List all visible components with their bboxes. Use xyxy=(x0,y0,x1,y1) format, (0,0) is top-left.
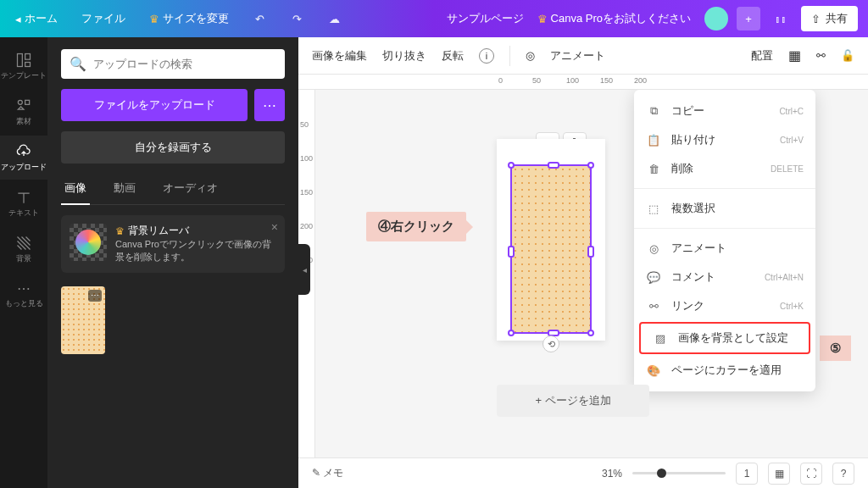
upload-more-button[interactable]: ⋯ xyxy=(254,89,285,121)
rail-uploads[interactable]: アップロード xyxy=(0,136,47,180)
home-button[interactable]: ◂ ホーム xyxy=(10,8,63,30)
side-rail: テンプレート 素材 アップロード テキスト 背景 ⋯もっと見る xyxy=(0,37,47,488)
bottom-bar: ✎ メモ 31% 1 ▦ ⛶ ? xyxy=(298,458,868,488)
resize-button[interactable]: ♛ サイズを変更 xyxy=(144,8,234,30)
palette-icon: 🎨 xyxy=(646,364,661,377)
annotation-number: ⑤ xyxy=(820,336,851,361)
context-menu: ⧉コピーCtrl+C 📋貼り付けCtrl+V 🗑削除DELETE ⬚複数選択 ◎… xyxy=(634,90,815,391)
menu-set-as-background[interactable]: ▨画像を背景として設定 xyxy=(641,324,809,352)
share-button[interactable]: ⇧共有 xyxy=(801,6,858,31)
search-input[interactable]: 🔍 xyxy=(61,49,285,79)
top-bar: ◂ ホーム ファイル ♛ サイズを変更 ↶ ↷ ☁ サンプルページ ♛ Canv… xyxy=(0,0,868,37)
uploads-panel: 🔍 ファイルをアップロード ⋯ 自分を録画する 画像 動画 オーディオ ♛背景リ… xyxy=(47,37,298,488)
copy-icon: ⧉ xyxy=(646,104,661,118)
tab-image[interactable]: 画像 xyxy=(61,174,90,204)
notes-button[interactable]: ✎ メモ xyxy=(312,466,343,480)
svg-point-3 xyxy=(18,100,22,104)
edit-image-button[interactable]: 画像を編集 xyxy=(312,48,367,64)
rail-elements[interactable]: 素材 xyxy=(0,90,47,134)
menu-animate[interactable]: ◎アニメート xyxy=(634,234,815,263)
svg-rect-4 xyxy=(25,100,30,104)
link-icon[interactable]: ⚯ xyxy=(816,49,826,62)
zoom-slider[interactable] xyxy=(632,472,726,474)
insights-icon[interactable]: ⫾⫾ xyxy=(769,7,793,30)
svg-rect-1 xyxy=(25,53,31,59)
crown-icon: ♛ xyxy=(115,225,125,237)
svg-rect-0 xyxy=(18,53,23,66)
context-toolbar: 画像を編集 切り抜き 反転 i ◎ アニメート 配置 ▦ ⚯ 🔓 xyxy=(298,37,868,75)
trash-icon: 🗑 xyxy=(646,163,661,175)
menu-paste[interactable]: 📋貼り付けCtrl+V xyxy=(634,125,815,154)
upload-thumbnail[interactable]: ⋯ xyxy=(61,286,105,354)
help-icon[interactable]: ? xyxy=(832,463,854,485)
paste-icon: 📋 xyxy=(646,134,661,147)
rail-text[interactable]: テキスト xyxy=(0,181,47,225)
share-icon: ⇧ xyxy=(811,13,821,25)
animate-icon: ◎ xyxy=(646,242,661,255)
ruler-horizontal: 0 50 100 150 200 xyxy=(298,75,868,90)
comment-icon: 💬 xyxy=(646,271,661,284)
annotation-callout: ④右クリック xyxy=(366,212,466,241)
rail-more[interactable]: ⋯もっと見る xyxy=(0,273,47,317)
canvas-area: 画像を編集 切り抜き 反転 i ◎ アニメート 配置 ▦ ⚯ 🔓 0 50 10… xyxy=(298,37,868,488)
redo-icon[interactable]: ↷ xyxy=(285,7,309,30)
menu-apply-color[interactable]: 🎨ページにカラーを適用 xyxy=(634,356,815,385)
avatar[interactable] xyxy=(704,7,728,30)
try-pro-button[interactable]: ♛ Canva Proをお試しください xyxy=(532,8,696,30)
svg-rect-2 xyxy=(25,62,31,66)
crop-button[interactable]: 切り抜き xyxy=(382,48,426,64)
transparency-icon[interactable]: ▦ xyxy=(788,47,801,64)
zoom-value[interactable]: 31% xyxy=(602,468,622,480)
bg-remover-promo[interactable]: ♛背景リムーバ Canva Proでワンクリックで画像の背景を削除します。 × xyxy=(61,215,285,273)
menu-link[interactable]: ⚯リンクCtrl+K xyxy=(634,291,815,320)
menu-copy[interactable]: ⧉コピーCtrl+C xyxy=(634,97,815,125)
selected-image[interactable]: ⟲ xyxy=(510,164,592,334)
undo-icon[interactable]: ↶ xyxy=(248,7,271,30)
rail-templates[interactable]: テンプレート xyxy=(0,44,47,88)
add-member-button[interactable]: + xyxy=(737,7,760,30)
rail-background[interactable]: 背景 xyxy=(0,227,47,271)
grid-view-icon[interactable]: ▦ xyxy=(768,463,790,485)
animate-icon: ◎ xyxy=(526,49,535,62)
file-menu[interactable]: ファイル xyxy=(76,8,131,30)
animate-button[interactable]: アニメート xyxy=(550,48,605,64)
crown-icon: ♛ xyxy=(149,13,159,25)
add-page-button[interactable]: + ページを追加 xyxy=(497,385,649,417)
lock-icon[interactable]: 🔓 xyxy=(841,49,854,62)
upload-file-button[interactable]: ファイルをアップロード xyxy=(61,89,248,121)
info-icon[interactable]: i xyxy=(479,48,494,64)
menu-comment[interactable]: 💬コメントCtrl+Alt+N xyxy=(634,263,815,291)
panel-collapse-handle[interactable]: ◂ xyxy=(298,244,310,295)
select-icon: ⬚ xyxy=(646,202,661,215)
cloud-sync-icon[interactable]: ☁ xyxy=(322,7,346,30)
link-icon: ⚯ xyxy=(646,300,661,313)
search-icon: 🔍 xyxy=(70,56,86,72)
background-icon: ▨ xyxy=(653,332,668,345)
menu-delete[interactable]: 🗑削除DELETE xyxy=(634,154,815,183)
position-button[interactable]: 配置 xyxy=(751,48,773,64)
tab-audio[interactable]: オーディオ xyxy=(159,174,221,204)
document-name[interactable]: サンプルページ xyxy=(447,11,524,26)
flip-button[interactable]: 反転 xyxy=(442,48,464,64)
crown-icon: ♛ xyxy=(537,13,548,25)
page-count-button[interactable]: 1 xyxy=(736,463,758,485)
menu-multiselect[interactable]: ⬚複数選択 xyxy=(634,194,815,223)
close-icon[interactable]: × xyxy=(271,220,278,234)
rotate-handle[interactable]: ⟲ xyxy=(542,336,559,352)
bg-remover-icon xyxy=(70,224,107,261)
record-yourself-button[interactable]: 自分を録画する xyxy=(61,131,285,164)
tab-video[interactable]: 動画 xyxy=(110,174,139,204)
fullscreen-icon[interactable]: ⛶ xyxy=(800,463,822,485)
thumbnail-menu-icon[interactable]: ⋯ xyxy=(88,290,102,302)
